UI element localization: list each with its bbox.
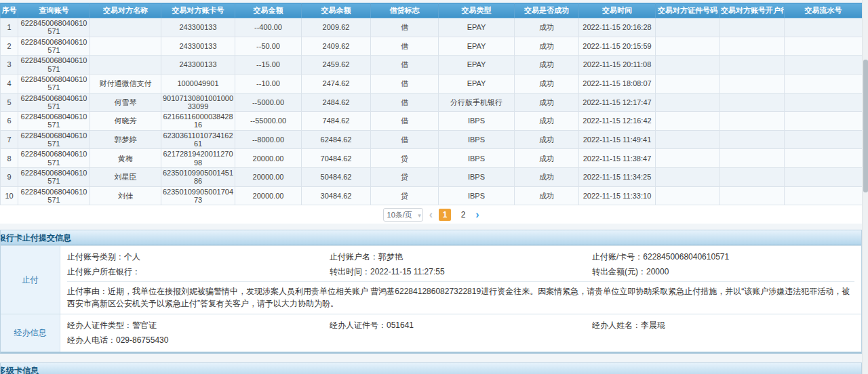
cell-balance: 70484.62: [302, 149, 371, 168]
cell-counterparty-bank: [720, 18, 785, 37]
cell-query-account: 6228450068040610571: [18, 37, 90, 56]
cell-balance: 30484.62: [302, 186, 371, 205]
field-value: 李晨琨: [641, 320, 665, 330]
transaction-row: 4 6228450068040610571 财付通微信支付 1000049901…: [1, 74, 863, 93]
cell-txn-type: IBPS: [439, 112, 515, 131]
column-header-txn-success: 交易是否成功: [515, 3, 579, 18]
next-page-button[interactable]: ›: [475, 209, 479, 220]
field-label: 经办人证件类型：: [67, 320, 132, 330]
cell-txn-serial: [785, 168, 863, 187]
column-header-counterparty-id: 交易对方证件号码: [656, 3, 720, 18]
field-value: 029-86755430: [116, 335, 168, 345]
cell-counterparty-name: [90, 56, 161, 75]
cell-amount: --5000.00: [235, 93, 302, 112]
cell-counterparty-name: 刘星臣: [90, 168, 161, 187]
cell-counterparty-card: 243300133: [161, 56, 235, 75]
column-header-amount: 交易金额: [235, 3, 302, 18]
cell-counterparty-id: [656, 112, 720, 131]
column-header-query-account: 查询账号: [18, 3, 90, 18]
cell-txn-serial: [785, 56, 863, 75]
cell-txn-serial: [785, 186, 863, 205]
cell-counterparty-bank: [720, 149, 785, 168]
cell-txn-time: 2022-11-15 11:38:47: [579, 149, 656, 168]
cell-counterparty-card: 6216611600003842816: [161, 112, 235, 131]
field-account-holder-name: 止付账户名：郭梦艳: [330, 251, 592, 263]
column-header-counterparty-bank: 交易对方账号开户行: [720, 3, 785, 18]
cell-txn-type: 分行版手机银行: [439, 93, 515, 112]
cell-counterparty-id: [656, 93, 720, 112]
cell-amount: --50.00: [235, 37, 302, 56]
cell-debit-credit-flag: 借: [371, 37, 439, 56]
cell-amount: --10.00: [235, 74, 302, 93]
cell-counterparty-card: 243300133: [161, 18, 235, 37]
cell-counterparty-name: 黄梅: [90, 149, 161, 168]
cell-txn-serial: [785, 112, 863, 131]
cell-txn-time: 2022-11-15 20:11:08: [579, 56, 656, 75]
cell-counterparty-card: 1000049901: [161, 74, 235, 93]
field-label: 经办人姓名：: [592, 320, 641, 330]
cell-txn-time: 2022-11-15 11:33:10: [579, 186, 656, 205]
stop-fields-line1: 止付账号类别：个人 止付账户名：郭梦艳 止付账/卡号：6228450068040…: [67, 249, 854, 264]
cell-counterparty-card: 6230361101073416261: [161, 130, 235, 149]
cell-seq: 6: [1, 112, 18, 131]
transaction-row: 1 6228450068040610571 243300133 --400.00…: [1, 18, 863, 37]
cell-txn-type: EPAY: [439, 37, 515, 56]
agent-info-row: 经办信息 经办人证件类型：警官证 经办人证件号：051641 经办人姓名：李晨琨: [1, 314, 861, 352]
cell-txn-time: 2022-11-15 20:16:28: [579, 18, 656, 37]
field-value: 郭梦艳: [378, 252, 403, 262]
cell-counterparty-bank: [720, 56, 785, 75]
cell-seq: 3: [1, 56, 18, 75]
cell-counterparty-card: 6217281942001127098: [161, 149, 235, 168]
cell-txn-serial: [785, 149, 863, 168]
cell-query-account: 6228450068040610571: [18, 168, 90, 187]
stop-payment-row-content: 止付账号类别：个人 止付账户名：郭梦艳 止付账/卡号：6228450068040…: [60, 246, 861, 314]
scrollbar-thumb[interactable]: [863, 60, 868, 192]
transaction-row: 9 6228450068040610571 刘星臣 62350109905001…: [1, 168, 863, 187]
cell-debit-credit-flag: 贷: [371, 149, 439, 168]
cell-amount: --8000.00: [235, 130, 302, 149]
cell-txn-success: 成功: [515, 93, 579, 112]
page-size-select[interactable]: 10条/页 ▾: [383, 208, 423, 222]
cell-txn-success: 成功: [515, 74, 579, 93]
column-header-txn-time: 交易时间: [579, 3, 656, 18]
page-button-2[interactable]: 2: [457, 209, 469, 221]
stop-payment-row: 止付 止付账号类别：个人 止付账户名：郭梦艳 止付账/卡号：6228450068…: [1, 245, 861, 314]
cell-counterparty-name: 财付通微信支付: [90, 74, 161, 93]
cell-counterparty-name: [90, 18, 161, 37]
cell-query-account: 6228450068040610571: [18, 186, 90, 205]
field-label: 止付账户所在银行：: [67, 267, 140, 276]
cell-counterparty-bank: [720, 93, 785, 112]
cell-counterparty-bank: [720, 186, 785, 205]
cell-counterparty-id: [656, 186, 720, 205]
vertical-scrollbar[interactable]: [862, 0, 868, 374]
cell-debit-credit-flag: 借: [371, 74, 439, 93]
cell-counterparty-name: 何雪琴: [90, 93, 161, 112]
field-value: 20000: [646, 267, 669, 276]
cell-counterparty-id: [656, 18, 720, 37]
cell-txn-time: 2022-11-15 11:49:41: [579, 130, 656, 149]
cell-txn-time: 2022-11-15 12:17:47: [579, 93, 656, 112]
column-header-counterparty-name: 交易对方名称: [90, 3, 161, 18]
page-button-1[interactable]: 1: [439, 209, 451, 221]
cell-seq: 8: [1, 149, 18, 168]
stop-payment-reason-text: 止付事由：近期，我单位在接报刘妮被骗警情中，发现涉案人员利用贵单位相关账户 曹鸿…: [67, 281, 854, 310]
field-agent-id-type: 经办人证件类型：警官证: [67, 320, 330, 331]
cell-counterparty-name: 刘佳: [90, 186, 161, 205]
field-label: 止付账/卡号：: [592, 252, 643, 262]
cell-txn-serial: [785, 37, 863, 56]
cell-debit-credit-flag: 借: [371, 18, 439, 37]
cell-debit-credit-flag: 贷: [371, 186, 439, 205]
field-label: 经办人证件号：: [330, 320, 387, 330]
cell-txn-success: 成功: [515, 149, 579, 168]
transactions-table: 序号 查询账号 交易对方名称 交易对方账卡号 交易金额 交易余额 借贷标志 交易…: [0, 3, 863, 205]
cell-txn-type: IBPS: [439, 130, 515, 149]
transaction-row: 2 6228450068040610571 243300133 --50.00 …: [1, 37, 863, 56]
pagination-bar: 10条/页 ▾ ‹ 1 2 ›: [0, 205, 862, 224]
page-content: 序号 查询账号 交易对方名称 交易对方账卡号 交易金额 交易余额 借贷标志 交易…: [0, 0, 862, 374]
stop-payment-panel-title: 银行卡止付提交信息: [1, 233, 71, 243]
column-header-debit-credit-flag: 借贷标志: [371, 3, 439, 18]
stop-payment-panel-header: 银行卡止付提交信息: [1, 230, 861, 245]
cell-debit-credit-flag: 借: [371, 130, 439, 149]
cell-debit-credit-flag: 借: [371, 93, 439, 112]
prev-page-button[interactable]: ‹: [429, 209, 433, 220]
